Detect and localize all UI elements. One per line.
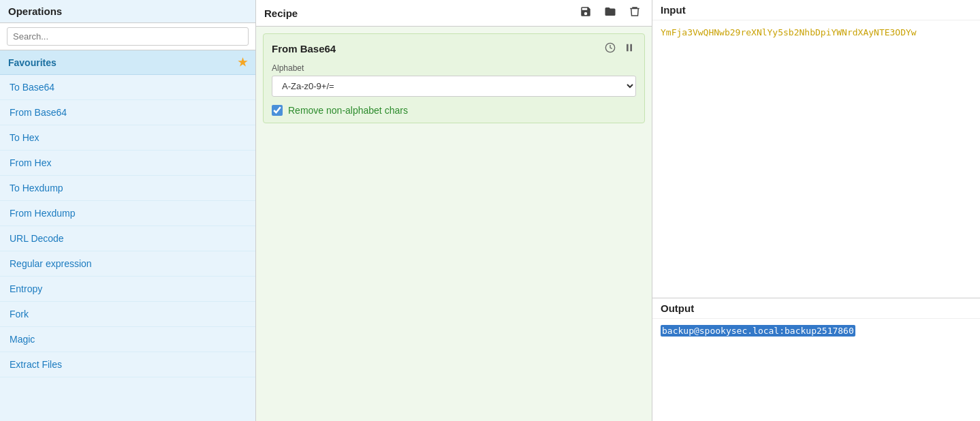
output-value: backup@spookysec.local:backup2517860 bbox=[661, 325, 855, 337]
io-panel: Input YmFja3VwQHNwb29reXNlYy5sb2NhbDpiYW… bbox=[652, 0, 980, 421]
input-header: Input bbox=[652, 0, 980, 20]
sidebar-title: Operations bbox=[0, 0, 255, 23]
alphabet-select[interactable]: A-Za-z0-9+/= bbox=[272, 76, 636, 97]
favourites-star-icon: ★ bbox=[238, 56, 247, 69]
alphabet-label: Alphabet bbox=[272, 63, 636, 73]
recipe-content: From Base64 Alphabet bbox=[256, 27, 652, 421]
search-input[interactable] bbox=[7, 27, 249, 46]
output-section: Output backup@spookysec.local:backup2517… bbox=[652, 298, 980, 421]
sidebar-item-magic[interactable]: Magic bbox=[0, 327, 255, 352]
recipe-header-icons bbox=[577, 4, 644, 22]
remove-nonalpha-checkbox[interactable] bbox=[272, 105, 283, 116]
clock-icon bbox=[605, 42, 616, 53]
trash-icon bbox=[629, 5, 641, 18]
input-section: Input YmFja3VwQHNwb29reXNlYy5sb2NhbDpiYW… bbox=[652, 0, 980, 298]
save-icon bbox=[580, 5, 592, 18]
sidebar-item-fork[interactable]: Fork bbox=[0, 302, 255, 327]
pause-icon bbox=[624, 42, 635, 53]
sidebar-item-to-base64[interactable]: To Base64 bbox=[0, 75, 255, 100]
recipe-panel: Recipe From Base64 bbox=[256, 0, 652, 421]
recipe-header: Recipe bbox=[256, 0, 652, 27]
remove-nonalpha-label: Remove non-alphabet chars bbox=[288, 105, 408, 116]
output-text: backup@spookysec.local:backup2517860 bbox=[652, 319, 980, 421]
favourites-label: Favourites bbox=[8, 57, 57, 68]
sidebar-item-from-hex[interactable]: From Hex bbox=[0, 151, 255, 176]
sidebar-item-from-hexdump[interactable]: From Hexdump bbox=[0, 201, 255, 226]
card-pause-button[interactable] bbox=[622, 41, 636, 57]
card-clock-button[interactable] bbox=[603, 41, 617, 57]
remove-nonalpha-row: Remove non-alphabet chars bbox=[272, 105, 636, 116]
recipe-title: Recipe bbox=[264, 7, 298, 19]
sidebar: Operations Favourites ★ To Base64 From B… bbox=[0, 0, 256, 421]
card-icons bbox=[603, 41, 636, 57]
output-header: Output bbox=[652, 298, 980, 319]
delete-button[interactable] bbox=[626, 4, 644, 22]
sidebar-item-to-hexdump[interactable]: To Hexdump bbox=[0, 176, 255, 201]
folder-icon bbox=[604, 5, 616, 18]
sidebar-item-extract-files[interactable]: Extract Files bbox=[0, 352, 255, 377]
sidebar-item-url-decode[interactable]: URL Decode bbox=[0, 226, 255, 251]
favourites-header: Favourites ★ bbox=[0, 50, 255, 75]
sidebar-item-entropy[interactable]: Entropy bbox=[0, 277, 255, 302]
sidebar-item-regex[interactable]: Regular expression bbox=[0, 251, 255, 277]
search-container bbox=[0, 23, 255, 50]
from-base64-title: From Base64 bbox=[272, 43, 336, 54]
input-text[interactable]: YmFja3VwQHNwb29reXNlYy5sb2NhbDpiYWNrdXAy… bbox=[652, 20, 980, 298]
sidebar-item-to-hex[interactable]: To Hex bbox=[0, 125, 255, 151]
from-base64-card: From Base64 Alphabet bbox=[263, 33, 645, 123]
from-base64-title-row: From Base64 bbox=[272, 41, 636, 57]
folder-button[interactable] bbox=[601, 4, 619, 22]
sidebar-item-from-base64[interactable]: From Base64 bbox=[0, 100, 255, 125]
ops-list: To Base64 From Base64 To Hex From Hex To… bbox=[0, 75, 255, 421]
save-button[interactable] bbox=[577, 4, 595, 22]
